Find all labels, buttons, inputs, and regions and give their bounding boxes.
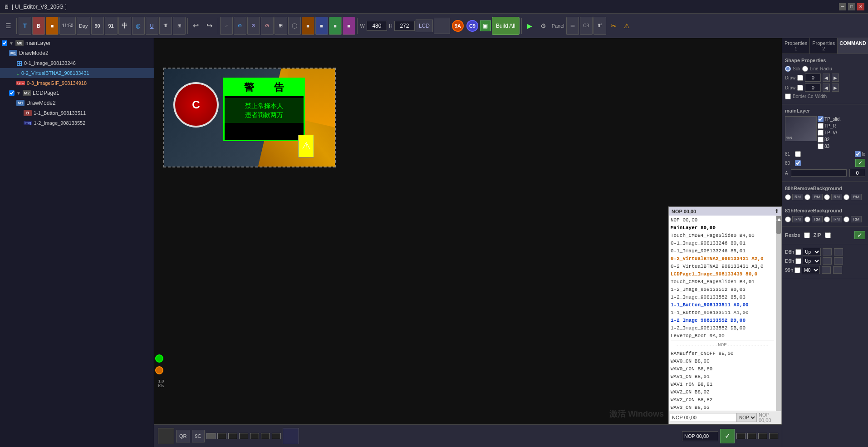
zip-checkbox[interactable] — [825, 232, 831, 238]
ttf-btn[interactable]: ttf — [159, 17, 172, 35]
hh-select[interactable]: M0 M1 — [802, 266, 820, 274]
time-btn[interactable]: 11:50 — [59, 17, 76, 35]
line-radio[interactable] — [802, 66, 808, 72]
lo-check[interactable] — [855, 151, 861, 157]
draw1-input[interactable] — [805, 74, 821, 82]
code-scrollbar[interactable]: ▲ — [776, 216, 781, 411]
draw1-checkbox[interactable] — [797, 75, 803, 81]
panel-rect-btn[interactable]: ▭ — [566, 17, 579, 35]
day-btn[interactable]: Day — [77, 17, 90, 35]
draw2-right-arrow[interactable]: ▶ — [832, 84, 839, 92]
fill-btn[interactable]: ■ — [46, 17, 59, 35]
cb82-check[interactable] — [818, 137, 824, 142]
layer-0-2-btna[interactable]: ↓ 0-2_VirtualBTNA2_908133431 — [0, 68, 154, 78]
layer-0-3-gif[interactable]: GIF 0-3_ImageGIF_908134918 — [0, 78, 154, 88]
underline-btn[interactable]: U — [146, 17, 158, 35]
rm80-btn-4[interactable]: RM — [851, 194, 862, 200]
circle-9a[interactable]: 9A — [452, 20, 464, 32]
draw1-right-arrow[interactable]: ▶ — [832, 74, 839, 82]
rm80-radio-1[interactable] — [785, 194, 791, 200]
design-canvas[interactable]: C 警 告 禁止常择本人 违者罚款两万 ⚠ — [163, 68, 336, 167]
draw2-checkbox[interactable] — [797, 85, 803, 91]
circle-2-btn[interactable]: ⊘ — [247, 17, 260, 35]
tab-properties-1[interactable]: Properties 1 — [782, 38, 810, 54]
rm80-radio-2[interactable] — [804, 194, 810, 200]
solid-radio[interactable] — [785, 66, 791, 72]
rect-1-btn[interactable]: ■ — [302, 17, 314, 35]
qr-bottom-btn[interactable]: QR — [176, 430, 190, 442]
text-tool-btn[interactable]: T — [19, 17, 31, 35]
rect-4-btn[interactable]: ■ — [343, 17, 355, 35]
check-green-btn[interactable]: ✓ — [855, 159, 865, 167]
code-content[interactable]: NOP 00,00 MainLayer 80,00 Touch_CMDB4_Pa… — [669, 216, 776, 411]
border-checkbox[interactable] — [785, 93, 791, 99]
num91-btn[interactable]: 91 — [105, 17, 118, 35]
draw2-input[interactable] — [805, 84, 821, 92]
layer-0-1-image[interactable]: ⊞ 0-1_Image_908133246 — [0, 58, 154, 68]
maximize-button[interactable]: □ — [848, 3, 855, 10]
rect-3-btn[interactable]: ■ — [329, 17, 342, 35]
play-btn[interactable]: ▶ — [524, 18, 536, 34]
tab-properties-2[interactable]: Properties 2 — [810, 38, 838, 54]
tp-v-checkbox[interactable] — [818, 130, 824, 136]
rm81-btn-3[interactable]: RM — [831, 216, 842, 222]
slash-1-btn[interactable]: ⟋ — [220, 17, 233, 35]
layer-m0-checkbox[interactable] — [2, 40, 7, 46]
d8h-checkbox[interactable] — [795, 249, 801, 255]
ttf2-btn[interactable]: ttf — [593, 17, 606, 35]
at-btn[interactable]: @ — [132, 17, 145, 35]
undo-btn[interactable]: ↩ — [190, 18, 202, 34]
check-btn-rz[interactable]: ✓ — [854, 231, 865, 239]
layer-1-2-image[interactable]: img 1-2_Image_908133552 — [0, 118, 154, 128]
tab-command[interactable]: COMMAND — [838, 38, 868, 54]
qr-btn[interactable]: ⊞ — [173, 17, 186, 35]
rm81-radio-1[interactable] — [785, 216, 791, 222]
rm80-btn-1[interactable]: RM — [792, 194, 803, 200]
bottom-nop-input[interactable] — [682, 431, 718, 441]
code-bottom-input[interactable] — [670, 413, 737, 422]
9c-bottom-btn[interactable]: 9C — [192, 430, 205, 442]
draw2-left-arrow[interactable]: ◀ — [823, 84, 830, 92]
layer-m2[interactable]: ▼ M2 LCDPage1 — [0, 88, 154, 98]
rm80-btn-2[interactable]: RM — [812, 194, 823, 200]
warning-btn[interactable]: ⚠ — [621, 18, 633, 34]
bottom-check-btn[interactable]: ✓ — [720, 429, 735, 443]
rm80-radio-4[interactable] — [843, 194, 849, 200]
tp-slid-checkbox[interactable] — [818, 116, 824, 122]
scroll-top-arrow[interactable]: ▲ — [776, 216, 781, 220]
cb83-check[interactable] — [818, 143, 824, 149]
num90-btn[interactable]: 90 — [91, 17, 104, 35]
layer-1-1-button[interactable]: B 1-1_Button_908133511 — [0, 108, 154, 118]
width-input[interactable] — [367, 21, 387, 31]
bold-tool-btn[interactable]: B — [32, 17, 45, 35]
chinese-btn[interactable]: 中 — [118, 17, 131, 35]
circle-btn[interactable]: ◯ — [288, 17, 301, 35]
row-80-check[interactable] — [795, 160, 801, 166]
minimize-button[interactable]: ─ — [839, 3, 846, 10]
close-button[interactable]: ✕ — [857, 3, 864, 10]
settings-btn[interactable]: ⚙ — [537, 18, 550, 34]
layer-m1-draw[interactable]: M1 DrawMode2 — [0, 48, 154, 58]
rm81-radio-3[interactable] — [824, 216, 830, 222]
a-slider[interactable] — [791, 169, 847, 177]
scissor-btn[interactable]: ✂ — [607, 18, 620, 34]
rm81-btn-2[interactable]: RM — [812, 216, 823, 222]
rm81-btn-4[interactable]: RM — [851, 216, 862, 222]
row-81-check[interactable] — [795, 151, 801, 157]
rm81-btn-1[interactable]: RM — [792, 216, 803, 222]
title-bar-controls[interactable]: ─ □ ✕ — [839, 3, 864, 10]
d9h-select[interactable]: Up Down — [803, 257, 821, 265]
height-input[interactable] — [394, 21, 415, 31]
a-input[interactable] — [849, 169, 865, 177]
redo-btn[interactable]: ↪ — [203, 18, 216, 34]
circle-c9[interactable]: C9 — [466, 20, 478, 32]
rm81-radio-4[interactable] — [843, 216, 849, 222]
layer-m2-checkbox[interactable] — [9, 90, 15, 96]
rm80-radio-3[interactable] — [824, 194, 830, 200]
rm81-radio-2[interactable] — [804, 216, 810, 222]
tp-r-checkbox[interactable] — [818, 123, 824, 129]
c8-btn[interactable]: C8 — [580, 17, 593, 35]
d8h-select[interactable]: Up Down — [803, 248, 821, 256]
hh-checkbox[interactable] — [794, 267, 800, 273]
d9h-checkbox[interactable] — [795, 258, 801, 264]
